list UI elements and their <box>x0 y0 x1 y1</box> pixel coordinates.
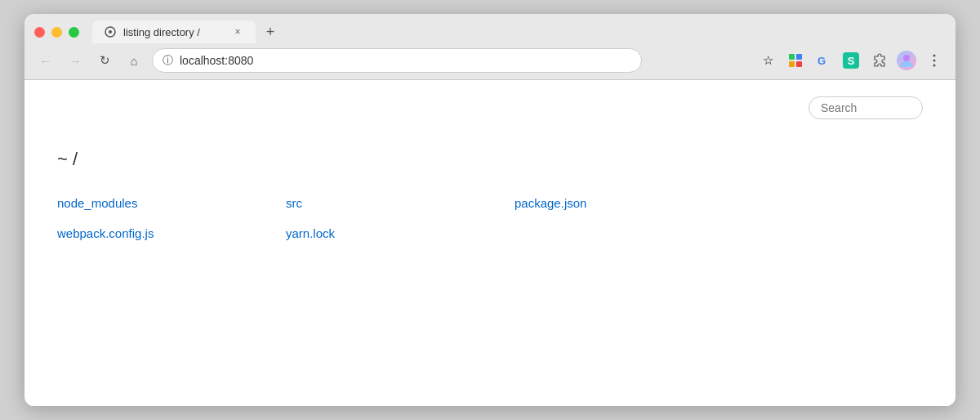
tab-row: listing directory / × + <box>24 14 956 43</box>
svg-point-8 <box>933 55 936 57</box>
svg-point-7 <box>903 55 910 61</box>
directory-header: ~ / <box>57 149 923 170</box>
minimize-button[interactable] <box>51 27 62 38</box>
address-row: ← → ↻ ⌂ ⓘ localhost:8080 ☆ <box>24 43 956 79</box>
page-content: ~ / node_modules src package.json webpac… <box>24 80 956 406</box>
svg-text:G: G <box>817 55 826 67</box>
file-node-modules[interactable]: node_modules <box>57 193 286 213</box>
search-input[interactable] <box>821 101 911 114</box>
back-button[interactable]: ← <box>34 49 57 72</box>
grammarly-button[interactable]: S <box>840 49 862 72</box>
address-text: localhost:8080 <box>180 54 253 67</box>
svg-point-9 <box>933 60 936 62</box>
file-webpack-config[interactable]: webpack.config.js <box>57 223 286 244</box>
avatar-button[interactable] <box>895 49 918 72</box>
home-button[interactable]: ⌂ <box>122 49 145 72</box>
menu-button[interactable] <box>923 49 946 72</box>
svg-rect-3 <box>796 54 802 60</box>
search-container <box>808 96 923 119</box>
bookmark-icon: ☆ <box>763 53 773 68</box>
secure-icon: ⓘ <box>163 53 173 68</box>
file-yarn-lock[interactable]: yarn.lock <box>286 223 514 244</box>
title-bar: listing directory / × + ← → ↻ ⌂ ⓘ local <box>24 14 956 80</box>
svg-point-10 <box>933 65 936 67</box>
close-button[interactable] <box>34 27 45 38</box>
svg-rect-5 <box>796 61 802 67</box>
tab-close-button[interactable]: × <box>231 25 244 38</box>
tab-favicon <box>104 25 117 38</box>
active-tab[interactable]: listing directory / × <box>92 20 256 43</box>
extensions-grid-button[interactable] <box>784 49 807 72</box>
svg-point-1 <box>109 30 112 34</box>
window-controls <box>34 27 79 38</box>
toolbar-right: ☆ G S <box>756 49 946 72</box>
forward-button[interactable]: → <box>64 49 87 72</box>
browser-window: listing directory / × + ← → ↻ ⌂ ⓘ local <box>24 14 956 406</box>
maximize-button[interactable] <box>69 27 79 38</box>
tab-title: listing directory / <box>123 26 225 38</box>
file-package-json[interactable]: package.json <box>514 193 743 213</box>
search-wrapper[interactable] <box>808 96 923 119</box>
translate-button[interactable]: G <box>812 49 835 72</box>
svg-rect-4 <box>789 61 795 67</box>
reload-button[interactable]: ↻ <box>93 49 116 72</box>
file-grid: node_modules src package.json webpack.co… <box>57 193 923 244</box>
puzzle-button[interactable] <box>867 49 890 72</box>
user-avatar <box>897 51 916 70</box>
bookmark-button[interactable]: ☆ <box>756 49 779 72</box>
new-tab-button[interactable]: + <box>259 20 282 43</box>
address-bar[interactable]: ⓘ localhost:8080 <box>152 48 642 73</box>
svg-rect-2 <box>789 54 795 60</box>
file-src[interactable]: src <box>286 193 514 213</box>
